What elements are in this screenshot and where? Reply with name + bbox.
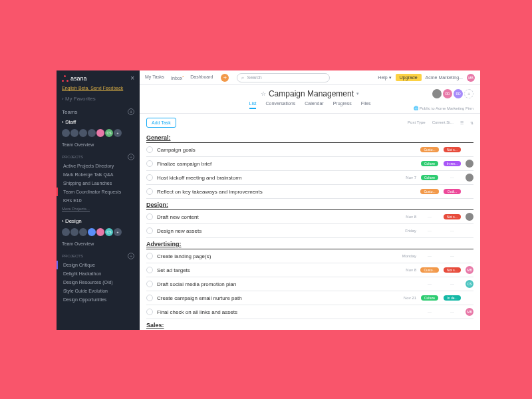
task-row[interactable]: Campaign goalsCusto...Not s... — [146, 143, 473, 157]
avatar[interactable] — [70, 129, 78, 137]
sidebar-project[interactable]: Team Coordinator Requests — [57, 188, 140, 196]
team-overview-link[interactable]: Team Overview — [57, 239, 140, 249]
complete-checkbox[interactable] — [146, 188, 153, 195]
task-row[interactable]: Reflect on key takeaways and improvement… — [146, 185, 473, 199]
avatar[interactable] — [62, 129, 70, 137]
complete-checkbox[interactable] — [146, 227, 153, 234]
tag-pill[interactable]: Culture — [421, 175, 438, 180]
assignee-avatar[interactable] — [466, 174, 473, 182]
task-row[interactable]: Draft new contentNov 8—Not s... — [146, 210, 473, 224]
avatar[interactable] — [432, 89, 442, 98]
task-section-title[interactable]: General: — [146, 132, 473, 143]
task-section-title[interactable]: Design: — [146, 199, 473, 210]
upgrade-button[interactable]: Upgrade — [396, 74, 422, 81]
sidebar-project[interactable]: Active Projects Directory — [57, 162, 140, 170]
tag-pill[interactable]: Custo... — [420, 147, 438, 152]
tag-pill[interactable]: Custo... — [420, 267, 438, 273]
tag-pill[interactable]: Culture — [421, 295, 438, 301]
complete-checkbox[interactable] — [146, 146, 153, 153]
task-section-title[interactable]: Sales: — [146, 319, 473, 330]
complete-checkbox[interactable] — [146, 295, 153, 301]
sort-icon[interactable]: ⇅ — [470, 120, 473, 125]
nav-my-tasks[interactable]: My Tasks — [145, 74, 164, 80]
help-menu[interactable]: Help ▾ — [378, 75, 391, 80]
task-row[interactable]: Create campaign email nurture pathNov 21… — [146, 291, 473, 305]
tag-pill[interactable]: Custo... — [420, 189, 438, 194]
add-project-icon[interactable]: + — [128, 154, 134, 160]
sidebar-project[interactable]: Style Guide Evolution — [57, 287, 140, 295]
complete-checkbox[interactable] — [146, 253, 153, 259]
sidebar-project[interactable]: Design Opportunities — [57, 295, 140, 304]
tab-progress[interactable]: Progress — [333, 101, 352, 109]
sidebar-project[interactable]: KRs E10 — [57, 196, 140, 205]
avatar[interactable]: CS — [105, 129, 113, 137]
star-icon[interactable]: ☆ — [261, 90, 266, 97]
feedback-link[interactable]: English Beta. Send Feedback — [57, 86, 140, 93]
team-design[interactable]: › Design — [57, 217, 140, 225]
avatar[interactable] — [62, 228, 70, 236]
avatar[interactable] — [88, 129, 96, 137]
column-post-type[interactable]: Post Type — [408, 120, 426, 125]
task-row[interactable]: Host kickoff meeting and brainstormNov 7… — [146, 171, 473, 185]
workspace-menu[interactable]: Acme Marketing... — [426, 75, 463, 80]
tag-pill[interactable]: Culture — [421, 161, 438, 166]
avatar[interactable]: CS — [105, 228, 113, 236]
column-status[interactable]: Current St... — [432, 120, 454, 125]
avatar-more[interactable]: + — [114, 228, 122, 236]
avatar-more[interactable]: + — [114, 129, 122, 137]
tag-pill[interactable]: Not s... — [444, 147, 461, 152]
chevron-down-icon[interactable]: ▾ — [356, 91, 359, 96]
favorites-section[interactable]: › My Favorites — [57, 93, 140, 104]
assignee-avatar[interactable] — [466, 213, 473, 221]
complete-checkbox[interactable] — [146, 281, 153, 287]
avatar[interactable]: RD — [454, 89, 463, 98]
task-row[interactable]: Draft social media promotion plan——CS — [146, 277, 473, 291]
tag-pill[interactable]: Outli... — [444, 189, 461, 194]
complete-checkbox[interactable] — [146, 309, 153, 315]
tab-files[interactable]: Files — [361, 101, 371, 109]
nav-dashboard[interactable]: Dashboard — [190, 74, 213, 80]
complete-checkbox[interactable] — [146, 174, 153, 181]
add-project-icon[interactable]: + — [128, 253, 134, 259]
team-staff[interactable]: › Staff — [57, 118, 140, 126]
avatar[interactable] — [79, 129, 87, 137]
task-section-title[interactable]: Advertising: — [146, 238, 473, 249]
avatar[interactable]: RD — [443, 89, 452, 98]
me-avatar[interactable]: MB — [467, 74, 475, 82]
assignee-icon[interactable]: ☰ — [460, 120, 464, 125]
sidebar-project[interactable]: Design Resources (Old) — [57, 278, 140, 287]
quick-add-button[interactable]: + — [221, 74, 229, 82]
assignee-avatar[interactable]: MB — [466, 266, 473, 274]
assignee-avatar[interactable]: CS — [466, 280, 473, 288]
task-row[interactable]: Set ad targetsNov 8Custo...Not s...MB — [146, 263, 473, 277]
tab-list[interactable]: List — [249, 101, 257, 109]
search-input[interactable]: ⌕ Search — [237, 73, 330, 82]
close-sidebar-icon[interactable]: × — [130, 74, 134, 82]
tag-pill[interactable]: In rev... — [444, 161, 461, 166]
sidebar-project[interactable]: Mark Roberge Talk Q&A — [57, 170, 140, 179]
nav-inbox[interactable]: Inbox• — [171, 74, 184, 80]
add-collaborator-button[interactable]: + — [464, 89, 473, 98]
add-task-button[interactable]: Add Task — [146, 118, 176, 128]
complete-checkbox[interactable] — [146, 160, 153, 167]
tag-pill[interactable]: Not s... — [444, 267, 461, 273]
task-row[interactable]: Design new assetsFriday—— — [146, 224, 473, 238]
more-projects-link[interactable]: More Projects... — [57, 205, 140, 213]
tab-calendar[interactable]: Calendar — [305, 101, 323, 109]
sidebar-project[interactable]: Delight Hackathon — [57, 269, 140, 278]
avatar[interactable] — [70, 228, 78, 236]
avatar[interactable] — [96, 228, 104, 236]
assignee-avatar[interactable]: MB — [466, 308, 473, 316]
sidebar-project[interactable]: Design Critique — [57, 261, 140, 269]
tag-pill[interactable]: Not s... — [444, 214, 461, 219]
avatar[interactable] — [88, 228, 96, 236]
sidebar-project[interactable]: Shipping and Launches — [57, 179, 140, 188]
complete-checkbox[interactable] — [146, 267, 153, 273]
complete-checkbox[interactable] — [146, 213, 153, 220]
task-row[interactable]: Create landing page(s)Monday—— — [146, 249, 473, 263]
tab-conversations[interactable]: Conversations — [265, 101, 295, 109]
task-row[interactable]: Final check on all links and assets——MB — [146, 305, 473, 319]
avatar[interactable] — [79, 228, 87, 236]
assignee-avatar[interactable] — [466, 160, 473, 168]
team-overview-link[interactable]: Team Overview — [57, 140, 140, 150]
